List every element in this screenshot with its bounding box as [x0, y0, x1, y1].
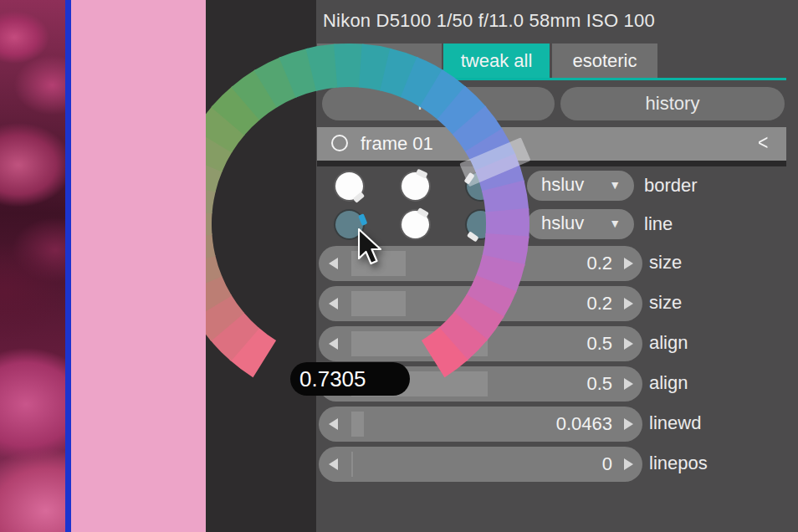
module-header-shadow — [317, 161, 786, 166]
slider-value: 0.2 — [586, 293, 612, 315]
border-color-swatch-3[interactable] — [467, 172, 494, 200]
swatch-handle-tick — [463, 171, 474, 184]
module-header-frame-01[interactable]: frame 01 < — [317, 127, 786, 161]
slider-size-2[interactable]: 0.2 — [319, 286, 642, 321]
line-color-swatch-2[interactable] — [402, 211, 429, 238]
tab-underline — [316, 78, 786, 80]
slider-value: 0.0463 — [556, 413, 612, 435]
swatch-handle-tick — [417, 207, 429, 217]
swatch-handle-tick — [466, 231, 478, 242]
slider-value: 0.2 — [586, 253, 612, 274]
module-enable-circle-icon[interactable] — [331, 135, 348, 151]
border-color-swatch-1[interactable] — [335, 172, 363, 200]
border-color-swatch-2[interactable] — [402, 172, 429, 200]
slider-label: linepos — [649, 453, 708, 474]
slider-label: align — [649, 372, 688, 394]
cursor-icon — [358, 228, 383, 267]
pink-frame-border — [71, 0, 206, 532]
slider-fill — [351, 412, 364, 437]
dropdown-caret-icon: ▼ — [609, 217, 621, 230]
slider-align-1[interactable]: 0.5 — [319, 326, 642, 361]
decrement-arrow-icon[interactable] — [329, 458, 338, 470]
colorspace-dropdown-border[interactable]: hsluv ▼ — [527, 171, 634, 201]
increment-arrow-icon[interactable] — [624, 458, 633, 470]
darkroom-background — [206, 0, 316, 532]
slider-linewd[interactable]: 0.0463 — [319, 407, 642, 442]
increment-arrow-icon[interactable] — [624, 378, 633, 390]
flower-photo-canvas — [0, 0, 65, 532]
decrement-arrow-icon[interactable] — [329, 338, 338, 350]
slider-fill — [351, 452, 353, 477]
line-color-swatch-3[interactable] — [467, 211, 494, 238]
colorspace-dropdown-line[interactable]: hsluv ▼ — [527, 209, 634, 239]
swatch-handle-tick — [352, 192, 364, 203]
slider-label: linewd — [649, 412, 701, 434]
module-title: frame 01 — [361, 133, 433, 155]
slider-label: size — [649, 292, 682, 314]
increment-arrow-icon[interactable] — [624, 258, 633, 269]
tooltip-value: 0.7305 — [299, 366, 366, 392]
slider-fill — [351, 331, 488, 356]
node-editor-button[interactable]: node — [322, 87, 555, 120]
dropdown-value: hsluv — [541, 212, 584, 234]
swatch-handle-tick — [358, 213, 367, 226]
slider-fill — [351, 291, 406, 316]
decrement-arrow-icon[interactable] — [329, 258, 338, 269]
tab-esoteric[interactable]: esoteric — [552, 43, 657, 78]
image-metadata-title: Nikon D5100 1/50 f/11.0 58mm ISO 100 — [323, 10, 655, 32]
chevron-left-icon[interactable]: < — [758, 130, 768, 155]
slider-label: align — [649, 332, 688, 354]
slider-value: 0 — [602, 453, 612, 475]
value-tooltip: 0.7305 — [290, 362, 410, 396]
decrement-arrow-icon[interactable] — [329, 418, 338, 430]
history-button[interactable]: history — [560, 87, 785, 120]
swatch-handle-tick — [415, 168, 427, 178]
tab-tweak-all[interactable]: tweak all — [443, 43, 550, 78]
dropdown-caret-icon: ▼ — [609, 178, 621, 192]
border-row-label: border — [644, 175, 698, 197]
tab-hidden[interactable] — [317, 43, 442, 78]
decrement-arrow-icon[interactable] — [329, 298, 338, 309]
focus-edge-line — [65, 0, 71, 532]
slider-label: size — [649, 252, 682, 274]
dropdown-value: hsluv — [541, 174, 584, 196]
line-row-label: line — [644, 213, 673, 235]
increment-arrow-icon[interactable] — [624, 338, 633, 350]
slider-value: 0.5 — [586, 333, 612, 355]
increment-arrow-icon[interactable] — [624, 298, 633, 309]
slider-value: 0.5 — [586, 373, 612, 395]
app-window: Nikon D5100 1/50 f/11.0 58mm ISO 100 twe… — [0, 0, 798, 532]
increment-arrow-icon[interactable] — [624, 418, 633, 430]
slider-linepos[interactable]: 0 — [319, 447, 642, 482]
